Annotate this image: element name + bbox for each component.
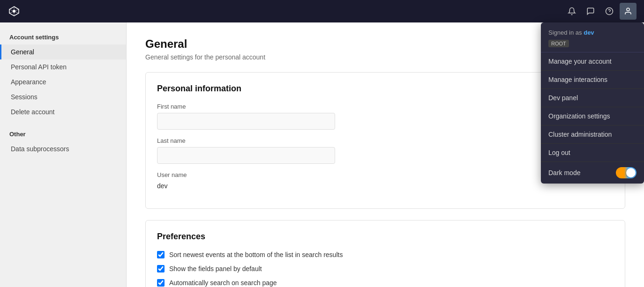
sidebar: Account settings General Personal API to… <box>0 22 127 287</box>
dark-mode-label: Dark mode <box>548 169 580 177</box>
pref-checkbox-2[interactable] <box>157 279 165 287</box>
pref-item-1: Show the fields panel by default <box>157 265 614 272</box>
svg-point-0 <box>13 10 15 13</box>
user-avatar-button[interactable] <box>620 3 637 20</box>
dark-mode-toggle[interactable] <box>616 167 637 178</box>
pref-label-1: Show the fields panel by default <box>169 265 262 272</box>
pref-checkbox-1[interactable] <box>157 265 165 272</box>
preferences-title: Preferences <box>157 232 614 242</box>
first-name-input[interactable] <box>157 113 335 130</box>
sidebar-item-delete-account[interactable]: Delete account <box>0 104 126 119</box>
topnav: Signed in as dev ROOT Manage your accoun… <box>0 0 644 22</box>
chat-icon-button[interactable] <box>582 3 599 20</box>
signed-in-text: Signed in as dev <box>548 29 637 36</box>
cluster-administration-item[interactable]: Cluster administration <box>541 125 644 144</box>
user-dropdown-menu: Signed in as dev ROOT Manage your accoun… <box>541 22 644 184</box>
root-badge: ROOT <box>548 40 569 47</box>
signed-in-label: Signed in as <box>548 29 582 36</box>
help-icon-button[interactable] <box>601 3 618 20</box>
other-section-title: Other <box>0 131 126 141</box>
dark-mode-toggle-row: Dark mode <box>541 162 644 184</box>
pref-checkbox-0[interactable] <box>157 251 165 258</box>
topnav-icons <box>563 3 637 20</box>
account-settings-title: Account settings <box>0 34 126 44</box>
sidebar-item-appearance[interactable]: Appearance <box>0 74 126 89</box>
toggle-knob <box>626 168 636 177</box>
dropdown-header: Signed in as dev ROOT <box>541 22 644 52</box>
dev-panel-item[interactable]: Dev panel <box>541 89 644 107</box>
pref-label-0: Sort newest events at the bottom of the … <box>169 251 343 258</box>
notification-icon-button[interactable] <box>563 3 580 20</box>
manage-account-item[interactable]: Manage your account <box>541 52 644 71</box>
manage-interactions-item[interactable]: Manage interactions <box>541 71 644 89</box>
sidebar-item-sessions[interactable]: Sessions <box>0 89 126 104</box>
app-logo[interactable] <box>7 5 21 18</box>
last-name-input[interactable] <box>157 147 335 164</box>
pref-item-2: Automatically search on search page <box>157 279 614 287</box>
sidebar-item-general[interactable]: General <box>0 44 126 59</box>
pref-label-2: Automatically search on search page <box>169 279 277 287</box>
preferences-card: Preferences Sort newest events at the bo… <box>145 220 625 287</box>
organization-settings-item[interactable]: Organization settings <box>541 107 644 125</box>
svg-point-3 <box>627 8 629 11</box>
sidebar-item-data-subprocessors[interactable]: Data subprocessors <box>0 141 126 156</box>
sidebar-item-personal-api-token[interactable]: Personal API token <box>0 59 126 74</box>
dropdown-username: dev <box>584 29 594 36</box>
pref-item-0: Sort newest events at the bottom of the … <box>157 251 614 258</box>
logout-item[interactable]: Log out <box>541 144 644 162</box>
